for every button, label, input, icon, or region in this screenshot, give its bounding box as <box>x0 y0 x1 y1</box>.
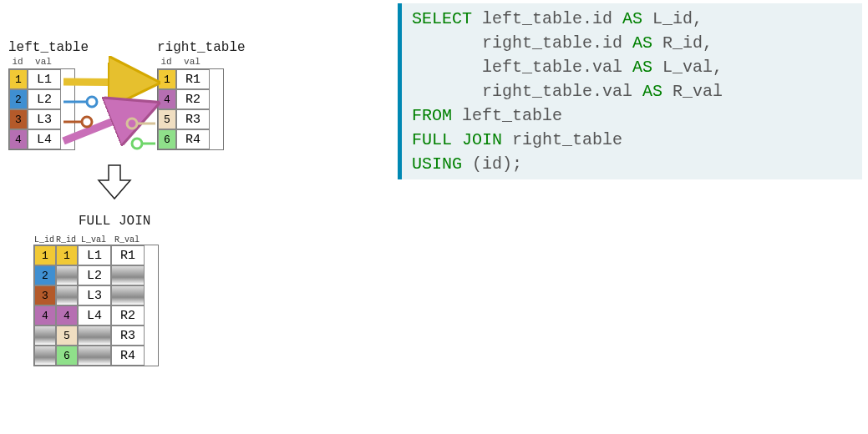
table-row: 1L1 <box>9 69 74 89</box>
id-cell: 1 <box>9 69 28 89</box>
sql-keyword: AS <box>632 33 652 53</box>
id-cell: 3 <box>9 109 28 129</box>
table-row: 2L2 <box>34 265 158 285</box>
col-header: R_id <box>55 235 77 245</box>
result-table-body: 11L1R12L23L344L4R25R36R4 <box>33 245 159 366</box>
sql-keyword: FULL JOIN <box>412 130 502 149</box>
id-cell: 4 <box>158 89 176 109</box>
r-id-cell: 4 <box>56 305 78 326</box>
sql-text: R_id, <box>652 33 713 53</box>
col-header: R_val <box>110 235 144 245</box>
table-row: 3L3 <box>34 285 158 305</box>
sql-keyword: AS <box>642 82 662 101</box>
sql-text: left_table.val <box>412 58 632 77</box>
col-header: id <box>157 57 175 67</box>
val-cell: L3 <box>28 109 61 129</box>
id-cell: 1 <box>158 69 176 89</box>
join-label: FULL JOIN <box>79 214 150 229</box>
col-header: val <box>27 57 60 67</box>
left-table-title: left_table <box>8 40 75 55</box>
l-val-cell: L3 <box>78 285 111 305</box>
l-val-cell <box>78 346 111 366</box>
l-id-cell: 2 <box>34 265 56 285</box>
r-id-cell: 6 <box>56 346 78 366</box>
r-val-cell: R1 <box>111 245 145 265</box>
r-val-cell <box>111 285 145 305</box>
col-header: L_id <box>33 235 55 245</box>
col-header: id <box>8 57 27 67</box>
sql-keyword: AS <box>632 58 652 77</box>
svg-point-3 <box>87 97 97 107</box>
sql-text: right_table.val <box>412 82 642 101</box>
sql-text: L_id, <box>642 9 703 28</box>
id-cell: 2 <box>9 89 28 109</box>
svg-point-9 <box>132 139 142 149</box>
sql-text: (id); <box>462 154 522 174</box>
r-val-cell: R3 <box>111 326 145 346</box>
val-cell: R4 <box>176 129 210 149</box>
sql-text: right_table.id <box>412 33 632 53</box>
l-val-cell: L2 <box>78 265 111 285</box>
svg-line-0 <box>63 82 155 83</box>
right-table-body: 1R14R25R36R4 <box>157 68 224 150</box>
table-row: 6R4 <box>34 346 158 366</box>
sql-keyword: SELECT <box>412 9 472 28</box>
left-table: left_table id val 1L12L23L34L4 <box>8 40 75 150</box>
table-row: 6R4 <box>158 129 223 149</box>
table-row: 4R2 <box>158 89 223 109</box>
sql-keyword: USING <box>412 154 462 174</box>
sql-text: L_val, <box>652 58 723 77</box>
r-val-cell <box>111 265 145 285</box>
r-id-cell: 5 <box>56 326 78 346</box>
id-cell: 4 <box>9 129 28 149</box>
table-row: 4L4 <box>9 129 74 149</box>
val-cell: R1 <box>176 69 210 89</box>
col-header: val <box>175 57 209 67</box>
svg-point-7 <box>127 119 137 129</box>
svg-point-5 <box>82 117 92 127</box>
val-cell: L1 <box>28 69 61 89</box>
table-row: 3L3 <box>9 109 74 129</box>
table-row: 1R1 <box>158 69 223 89</box>
r-id-cell <box>56 265 78 285</box>
result-table: L_id R_id L_val R_val 11L1R12L23L344L4R2… <box>33 235 159 366</box>
sql-text: right_table <box>502 130 622 149</box>
left-table-body: 1L12L23L34L4 <box>8 68 75 150</box>
result-col-headers: L_id R_id L_val R_val <box>33 235 159 245</box>
r-id-cell: 1 <box>56 245 78 265</box>
col-header: L_val <box>77 235 110 245</box>
sql-keyword: AS <box>622 9 642 28</box>
l-id-cell: 4 <box>34 305 56 326</box>
r-val-cell: R2 <box>111 305 145 326</box>
table-row: 2L2 <box>9 89 74 109</box>
l-val-cell <box>78 326 111 346</box>
table-row: 11L1R1 <box>34 245 158 265</box>
val-cell: L2 <box>28 89 61 109</box>
val-cell: L4 <box>28 129 61 149</box>
l-val-cell: L1 <box>78 245 111 265</box>
val-cell: R3 <box>176 109 210 129</box>
sql-text: R_val <box>662 82 723 101</box>
l-id-cell <box>34 326 56 346</box>
down-arrow-icon <box>94 164 135 205</box>
right-table: right_table id val 1R14R25R36R4 <box>157 40 224 150</box>
right-table-title: right_table <box>157 40 224 55</box>
id-cell: 6 <box>158 129 176 149</box>
table-row: 5R3 <box>34 326 158 346</box>
sql-text: left_table <box>452 106 562 125</box>
r-id-cell <box>56 285 78 305</box>
l-id-cell <box>34 346 56 366</box>
val-cell: R2 <box>176 89 210 109</box>
l-id-cell: 1 <box>34 245 56 265</box>
svg-line-1 <box>63 104 155 141</box>
table-row: 5R3 <box>158 109 223 129</box>
table-row: 44L4R2 <box>34 305 158 326</box>
l-id-cell: 3 <box>34 285 56 305</box>
sql-code-block: SELECT left_table.id AS L_id, right_tabl… <box>398 3 862 179</box>
l-val-cell: L4 <box>78 305 111 326</box>
r-val-cell: R4 <box>111 346 145 366</box>
id-cell: 5 <box>158 109 176 129</box>
sql-keyword: FROM <box>412 106 452 125</box>
sql-text: left_table.id <box>472 9 622 28</box>
